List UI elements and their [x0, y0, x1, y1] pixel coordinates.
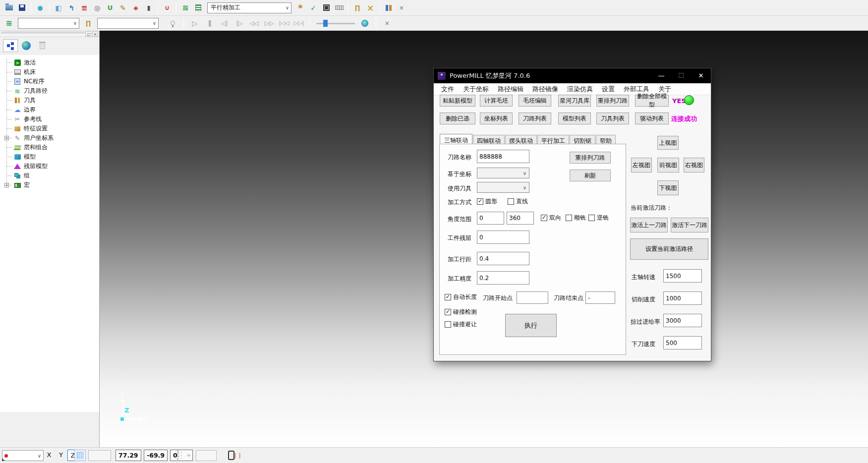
axis-x-button[interactable]: X — [44, 450, 55, 461]
strategy-combobox[interactable]: 平行精加工 ∨ — [207, 2, 291, 13]
ball-tool-icon[interactable]: ◎ — [91, 2, 103, 14]
block-icon[interactable]: ◧ — [53, 2, 64, 14]
angle-from-input[interactable] — [477, 212, 504, 225]
fast-forward-icon[interactable]: ▷▷ — [263, 17, 275, 29]
tolerance-input[interactable] — [477, 271, 529, 285]
activate-prev-toolpath-button[interactable]: 激活上一刀路 — [630, 218, 668, 232]
close-toolbar-icon[interactable]: × — [396, 2, 407, 14]
clamp-icon[interactable]: U — [104, 2, 116, 14]
tree-item-model[interactable]: 模型 — [0, 152, 99, 162]
action-button-删除已选[interactable]: 删除已选 — [440, 113, 475, 124]
extra-field[interactable] — [196, 450, 217, 461]
refresh-button[interactable]: 刷新 — [570, 170, 611, 181]
trash-tab[interactable] — [35, 39, 50, 52]
save-icon[interactable] — [16, 2, 28, 14]
pencil-curve-icon[interactable]: ✎ — [117, 2, 129, 14]
simulation-pause-icon[interactable] — [228, 451, 234, 460]
coord-y-field[interactable] — [144, 450, 168, 461]
explorer-tree-tab[interactable] — [3, 39, 18, 52]
open-icon[interactable] — [3, 2, 15, 14]
diamond-points-icon[interactable]: ◈ — [130, 2, 142, 14]
check-tool-icon[interactable]: ✓ — [307, 2, 319, 14]
use-tool-combobox[interactable]: ∨ — [477, 182, 529, 193]
action-button-驱动列表[interactable]: 驱动列表 — [635, 113, 669, 124]
view-left-button[interactable]: 左视图 — [631, 158, 652, 173]
stepover-input[interactable] — [477, 252, 529, 265]
panel-grip[interactable]: ▫ × — [0, 31, 99, 37]
tree-item-workplane[interactable]: +✎用户坐标系 — [0, 133, 99, 143]
action-button-刀路列表[interactable]: 刀路列表 — [519, 113, 551, 124]
conventional-mill-checkbox[interactable]: 逆铣 — [588, 214, 609, 222]
library-icon[interactable] — [383, 2, 395, 14]
tree-item-macro[interactable]: +宏 — [0, 180, 99, 190]
skim-feed-input[interactable] — [663, 314, 702, 327]
pause-icon[interactable]: ∥ — [204, 17, 216, 29]
tree-item-toolpath[interactable]: ≋刀具路径 — [0, 86, 99, 96]
based-coord-combobox[interactable]: ∨ — [477, 168, 529, 178]
view-bottom-button[interactable]: 下视图 — [657, 180, 679, 195]
end-point-input[interactable] — [585, 291, 615, 304]
dialog-titlebar[interactable]: * PowerMILL 忆梦星河 7.0.6 — ☐ ✕ — [434, 68, 711, 83]
toolpath-spiral-icon[interactable]: ≋ — [179, 2, 191, 14]
tool-holder-icon[interactable]: ▮ — [143, 2, 155, 14]
lightbulb-icon[interactable] — [167, 17, 178, 29]
grid-toggle-button[interactable] — [74, 450, 86, 461]
tree-item-feature-set[interactable]: 特征设置 — [0, 124, 99, 133]
action-button-计算毛坯[interactable]: 计算毛坯 — [480, 95, 513, 107]
circle-checkbox[interactable]: 圆形 — [477, 197, 497, 206]
levels-bars-icon[interactable]: ≡ — [78, 2, 90, 14]
rewind-icon[interactable]: ◁◁ — [248, 17, 260, 29]
cross-tools-icon[interactable]: × — [364, 2, 376, 14]
menu-item-4[interactable]: 渲染仿真 — [563, 83, 597, 95]
view-front-button[interactable]: 前视图 — [657, 158, 679, 173]
rearrange-toolpath-button[interactable]: 重排列刀路 — [570, 152, 611, 164]
tree-item-stock-model[interactable]: 残留模型 — [0, 162, 99, 171]
axis-y-button[interactable]: Y — [56, 450, 66, 461]
action-button-毛坯编辑[interactable]: 毛坯编辑 — [519, 95, 551, 107]
tree-item-nc-program[interactable]: ≡NC程序 — [0, 77, 99, 86]
simulation-speed-slider[interactable] — [316, 19, 355, 27]
line-checkbox[interactable]: 直线 — [508, 197, 528, 206]
set-active-path-button[interactable]: 设置当前激活路径 — [630, 238, 708, 260]
tree-item-group[interactable]: 组 — [0, 171, 99, 180]
tree-item-pattern[interactable]: ✂参考线 — [0, 115, 99, 124]
strategy-list-icon[interactable] — [192, 2, 204, 14]
tool-pair-icon[interactable]: ∏ — [351, 2, 363, 14]
play-icon[interactable]: ▷ — [189, 17, 201, 29]
coord-x-field[interactable] — [116, 450, 141, 461]
step-back-icon[interactable]: ◁| — [219, 17, 231, 29]
color-swatch-combobox[interactable]: ∨ — [2, 450, 44, 461]
path-arrow-icon[interactable]: ↰ — [65, 2, 77, 14]
slider-handle[interactable] — [323, 20, 328, 27]
tool-arc-icon[interactable]: ∪ — [161, 2, 173, 14]
tree-item-tool[interactable]: 刀具 — [0, 96, 99, 105]
plunge-feed-input[interactable] — [663, 336, 702, 349]
minimize-button[interactable]: — — [651, 68, 671, 83]
activate-next-toolpath-button[interactable]: 激活下一刀路 — [671, 218, 708, 232]
go-start-icon[interactable]: |◁◁ — [278, 17, 290, 29]
auto-length-checkbox[interactable]: 自动长度 — [445, 293, 477, 301]
spindle-speed-input[interactable] — [663, 269, 702, 283]
action-button-重排列刀路[interactable]: 重排列刀路 — [596, 95, 629, 107]
action-button-星河刀具库[interactable]: 星河刀具库 — [558, 95, 591, 107]
spray-icon[interactable]: ● — [34, 2, 46, 14]
climb-mill-checkbox[interactable]: 顺铣 — [566, 214, 586, 222]
menu-item-1[interactable]: 关于坐标 — [459, 83, 493, 95]
close-button[interactable]: ✕ — [691, 68, 711, 83]
action-button-坐标列表[interactable]: 坐标列表 — [480, 113, 513, 124]
menu-item-2[interactable]: 路径编辑 — [493, 83, 528, 95]
star-tool-icon[interactable]: * — [294, 2, 306, 14]
tree-item-levels[interactable]: 层和组合 — [0, 143, 99, 152]
action-button-模型列表[interactable]: 模型列表 — [558, 113, 591, 124]
bidirectional-checkbox[interactable]: 双向 — [541, 214, 561, 222]
menu-item-3[interactable]: 路径镜像 — [528, 83, 563, 95]
toolpath-spiral-icon[interactable]: ≋ — [3, 17, 15, 29]
calculator-icon[interactable] — [320, 2, 332, 14]
panel-float-button[interactable]: ▫ — [85, 31, 91, 37]
collision-avoid-checkbox[interactable]: 碰撞避让 — [445, 320, 477, 329]
cutting-feed-input[interactable] — [663, 291, 702, 305]
action-button-删除全部模型[interactable]: 删除全部模型 — [635, 95, 669, 107]
globe-tab[interactable] — [19, 39, 34, 52]
tree-item-boundary[interactable]: ☁边界 — [0, 105, 99, 115]
clock-icon[interactable] — [359, 17, 371, 29]
